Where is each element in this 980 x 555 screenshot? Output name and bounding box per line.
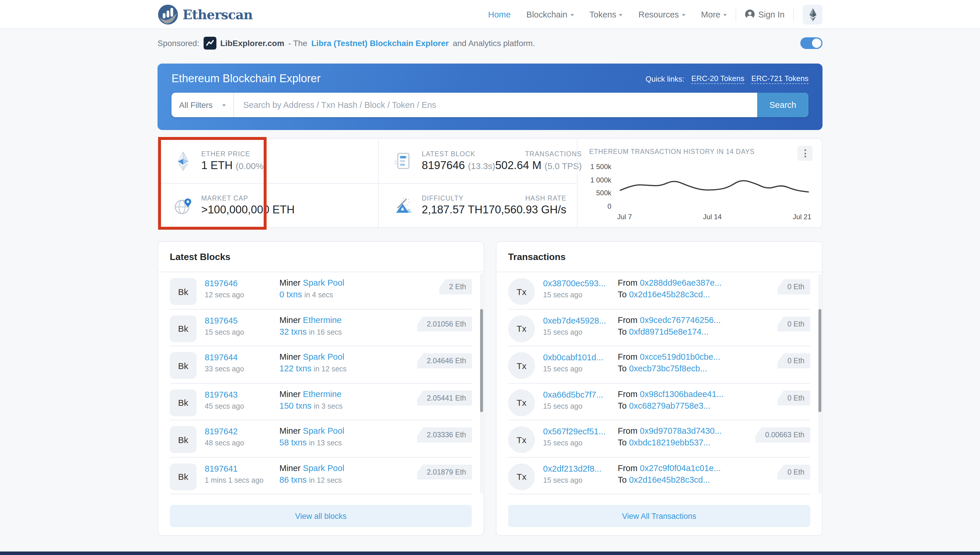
tx-hash-link[interactable]: 0xeb7de45928... [543,316,606,325]
transaction-row: Tx 0x38700ec593... 15 secs ago From 0x28… [508,272,810,309]
from-address-link[interactable]: 0x98cf1306badee41... [640,389,724,398]
latest-block-link[interactable]: 8197646 [422,159,465,171]
from-address-link[interactable]: 0x288dd9e6ae387e... [640,278,722,287]
etherscan-logo[interactable]: Etherscan [157,4,252,25]
tx-hash-link[interactable]: 0xa66d5bc7f7... [543,390,603,399]
etherscan-homepage: Etherscan Home Blockchain Tokens Resourc… [0,0,980,555]
block-row: Bk 8197642 48 secs ago Miner Spark Pool … [170,420,472,457]
transaction-row: Tx 0xb0cabf101d... 15 secs ago From 0xcc… [508,346,810,383]
nav-blockchain[interactable]: Blockchain [527,10,574,19]
ad-toggle[interactable] [800,37,823,49]
block-reward-badge: 2.01056 Eth [417,316,472,331]
block-number-link[interactable]: 8197643 [205,390,238,399]
quick-link-erc20[interactable]: ERC-20 Tokens [691,74,744,83]
sponsored-bar: Sponsored: LibExplorer.com - The Libra (… [157,29,823,56]
scrollbar[interactable] [818,274,821,493]
block-number-link[interactable]: 8197646 [205,279,238,288]
sponsor-connector: - The [288,38,307,48]
block-badge: Bk [170,315,197,342]
from-label: From [618,463,638,473]
ethereum-icon [808,7,817,21]
block-reward-badge: 2 Eth [439,279,472,294]
to-address-link[interactable]: 0xecb73bc75f8ecb... [629,364,707,373]
txns-link[interactable]: 0 txns [280,290,302,299]
search-input[interactable] [234,93,757,117]
chevron-down-icon [723,14,727,16]
sign-in-button[interactable]: Sign In [745,9,785,19]
network-switch-button[interactable] [803,4,823,24]
miner-link[interactable]: Spark Pool [303,352,344,361]
block-number-link[interactable]: 8197644 [205,353,238,362]
from-address-link[interactable]: 0x9cedc767746256... [640,315,721,324]
search-filter-dropdown[interactable]: All Filters [172,93,234,117]
quick-link-erc721[interactable]: ERC-721 Tokens [751,74,808,83]
latest-blocks-title: Latest Blocks [158,242,484,272]
scrollbar-thumb[interactable] [480,309,483,412]
sponsor-link[interactable]: Libra (Testnet) Blockchain Explorer [312,38,449,48]
scrollbar[interactable] [480,274,483,493]
block-age: 15 secs ago [205,328,280,336]
from-address-link[interactable]: 0x9d97078a3d7430... [640,426,722,435]
from-label: From [618,352,638,361]
to-address-link[interactable]: 0x2d16e45b28c3cd... [629,475,710,484]
block-number-link[interactable]: 8197645 [205,316,238,325]
txns-link[interactable]: 86 txns [280,475,307,484]
block-number-link[interactable]: 8197642 [205,427,238,436]
tx-hash-link[interactable]: 0xb0cabf101d... [543,353,603,362]
miner-link[interactable]: Spark Pool [303,278,344,287]
to-address-link[interactable]: 0xfd8971d5e8e174... [629,327,709,336]
from-address-link[interactable]: 0xcce519d01b0cbe... [640,352,720,361]
block-age: 45 secs ago [205,402,280,410]
brand-name: Etherscan [183,7,252,22]
tx-hash-link[interactable]: 0x567f29ecf51... [543,427,606,436]
stat-label: LATEST BLOCK [422,150,495,157]
nav-home[interactable]: Home [488,10,511,19]
miner-link[interactable]: Spark Pool [303,426,344,435]
block-duration: in 12 secs [314,365,347,373]
blocks-list: Bk 8197646 12 secs ago Miner Spark Pool … [158,272,484,494]
tx-hash-link[interactable]: 0x38700ec593... [543,279,606,288]
to-address-link[interactable]: 0xc68279ab7758e3... [629,401,710,410]
block-row: Bk 8197645 15 secs ago Miner Ethermine 3… [170,309,472,346]
transaction-history-chart: ETHEREUM TRANSACTION HISTORY IN 14 DAYS … [577,139,822,227]
tx-value-badge: 0 Eth [778,464,810,480]
to-label: To [618,364,627,373]
chart-menu-button[interactable] [797,146,813,161]
stats-col-network: LATEST BLOCK 8197646 (13.3s) TRANSACTION… [378,139,577,227]
nav-tokens[interactable]: Tokens [590,10,623,19]
from-label: From [618,426,638,435]
txns-link[interactable]: 32 txns [280,327,307,336]
tx-age: 15 secs ago [543,291,618,299]
txns-link[interactable]: 150 txns [280,401,312,410]
to-label: To [618,401,627,410]
txns-link[interactable]: 122 txns [280,364,312,373]
search-button[interactable]: Search [757,93,808,117]
block-badge: Bk [170,389,197,416]
stat-value: 502.64 M (5.0 TPS) [495,159,582,172]
view-all-transactions-button[interactable]: View All Transactions [508,505,810,527]
miner-link[interactable]: Spark Pool [303,463,344,473]
chart-y-axis: 1 500k 1 000k 500k 0 [589,163,616,212]
tx-hash-link[interactable]: 0x2df213d2f8... [543,464,601,473]
scrollbar-thumb[interactable] [818,309,821,412]
nav-more[interactable]: More [701,10,727,19]
block-reward-badge: 2.03336 Eth [417,427,472,443]
tx-value-badge: 0 Eth [778,316,810,331]
miner-link[interactable]: Ethermine [303,389,342,398]
txns-link[interactable]: 58 txns [280,438,307,447]
block-number-link[interactable]: 8197641 [205,464,238,473]
to-address-link[interactable]: 0xbdc18219ebb537... [629,438,710,447]
from-address-link[interactable]: 0x27c9f0f04a1c01e... [640,463,721,473]
chevron-down-icon [619,14,623,16]
miner-label: Miner [280,426,301,435]
block-duration: in 3 secs [314,402,343,410]
difficulty-stat: DIFFICULTY 2,187.57 TH [394,195,482,216]
stats-card: ETHER PRICE 1 ETH (0.00%) MARKET CA [157,138,823,228]
miner-link[interactable]: Ethermine [303,315,342,324]
to-address-link[interactable]: 0x2d16e45b28c3cd... [629,290,710,299]
view-all-blocks-button[interactable]: View all blocks [170,505,472,527]
transaction-row: Tx 0xa66d5bc7f7... 15 secs ago From 0x98… [508,383,810,420]
from-label: From [618,389,638,398]
nav-resources[interactable]: Resources [638,10,685,19]
block-age: 33 secs ago [205,365,280,373]
